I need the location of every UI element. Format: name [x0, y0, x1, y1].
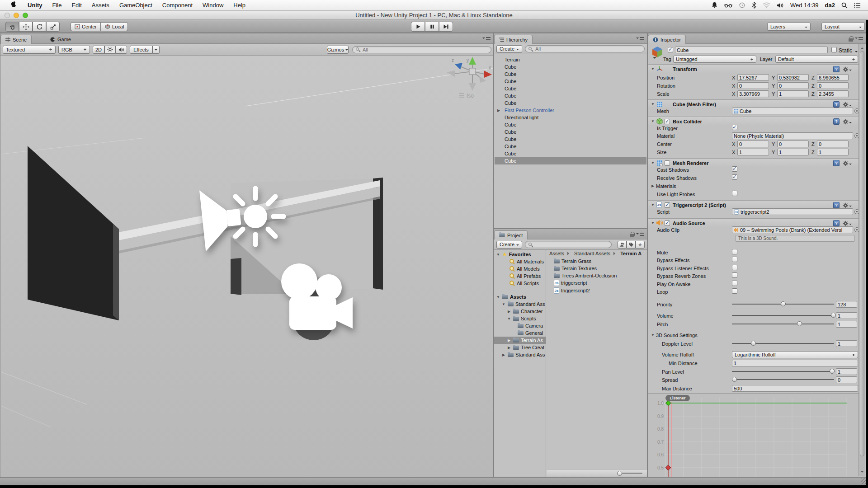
gameobject-name-field[interactable]: Cube	[675, 47, 828, 53]
file-item[interactable]: Terrain Grass	[554, 258, 647, 265]
window-minimize-button[interactable]	[14, 13, 19, 18]
mesh-renderer-component-header[interactable]: ▼ Mesh Renderer	[648, 158, 859, 167]
favorite-all-prefabs[interactable]: All Prefabs	[494, 272, 546, 280]
pitch-slider[interactable]	[732, 321, 834, 327]
expand-arrow-icon[interactable]: ▶	[507, 310, 511, 314]
volume-value-field[interactable]: 1	[836, 312, 857, 319]
max-distance-field[interactable]: 500	[732, 385, 858, 392]
wifi-icon[interactable]	[763, 2, 770, 8]
listener-key-diamond[interactable]	[665, 465, 670, 470]
script-object-field[interactable]: triggerscript2	[732, 208, 853, 215]
rotation-x-field[interactable]: 0	[737, 82, 769, 89]
favorite-all-materials[interactable]: All Materials	[494, 258, 546, 265]
apple-menu-icon[interactable]	[6, 1, 23, 9]
bypass-listener-effects-checkbox[interactable]	[732, 265, 737, 270]
pan-level-slider[interactable]	[732, 368, 834, 374]
hierarchy-item[interactable]: Cube	[495, 143, 646, 150]
receive-shadows-checkbox[interactable]	[732, 174, 737, 180]
move-tool-button[interactable]	[19, 22, 33, 32]
hierarchy-item[interactable]: Cube	[495, 128, 646, 136]
file-item[interactable]: Trees Ambient-Occlusion	[554, 272, 647, 279]
volume-rolloff-dropdown[interactable]: Logarithmic Rolloff	[732, 351, 858, 358]
is-trigger-checkbox[interactable]	[732, 125, 737, 130]
trigger-script-component-header[interactable]: ▼ Triggerscript 2 (Script)	[648, 200, 859, 209]
materials-label[interactable]: Materials	[656, 183, 676, 189]
gear-icon[interactable]	[843, 102, 852, 108]
static-checkbox[interactable]	[831, 47, 837, 52]
expand-arrow-icon[interactable]: ▶	[651, 184, 655, 188]
collapse-arrow-icon[interactable]: ▼	[651, 161, 655, 165]
sound-3d-settings-label[interactable]: 3D Sound Settings	[656, 333, 698, 338]
play-button[interactable]	[411, 22, 425, 32]
scene-lighting-button[interactable]	[104, 46, 115, 54]
project-search-input[interactable]	[525, 241, 612, 248]
inspector-scrollbar[interactable]	[859, 44, 865, 476]
loop-checkbox[interactable]	[732, 288, 737, 294]
physic-material-field[interactable]: None (Physic Material)	[732, 132, 853, 139]
hierarchy-item[interactable]: Cube	[495, 63, 646, 70]
bypass-reverb-zones-checkbox[interactable]	[732, 272, 737, 278]
effects-arrow-button[interactable]	[152, 46, 160, 54]
hierarchy-item[interactable]: Cube	[495, 150, 646, 157]
cast-shadows-checkbox[interactable]	[732, 166, 737, 172]
hierarchy-item[interactable]: Cube	[495, 99, 646, 107]
gear-icon[interactable]	[843, 202, 852, 208]
pivot-center-button[interactable]: Center	[71, 22, 101, 31]
menu-component[interactable]: Component	[157, 2, 198, 9]
hierarchy-item-first-person-controller[interactable]: ▶ First Person Controller	[495, 107, 646, 114]
rotation-z-field[interactable]: 0	[817, 82, 849, 89]
pitch-value-field[interactable]: 1	[836, 321, 857, 328]
scroll-down-icon[interactable]	[860, 471, 864, 474]
tree-tree-creator[interactable]: ▶ Tree Creat	[494, 344, 546, 351]
project-panel-menu-icon[interactable]	[636, 233, 644, 236]
search-by-type-button[interactable]	[618, 241, 627, 249]
scale-y-field[interactable]: 1	[777, 90, 809, 97]
hierarchy-item[interactable]: Cube	[495, 136, 646, 143]
tab-game[interactable]: Game	[46, 35, 75, 44]
collapse-arrow-icon[interactable]: ▼	[651, 102, 655, 106]
doppler-level-slider[interactable]	[732, 340, 834, 346]
favorites-root[interactable]: ▼★ Favorites	[494, 251, 546, 258]
save-search-button[interactable]: ★	[636, 241, 645, 249]
spectacles-icon[interactable]	[724, 2, 732, 9]
scale-x-field[interactable]: 3.307969	[737, 90, 769, 97]
scene-orientation-gizmo[interactable]: y z x Iso	[447, 57, 492, 99]
doppler-level-value-field[interactable]: 1	[836, 340, 857, 347]
hierarchy-item[interactable]: Cube	[495, 85, 646, 92]
spread-value-field[interactable]: 0	[836, 376, 857, 383]
menu-unity[interactable]: Unity	[23, 2, 47, 9]
pause-button[interactable]	[425, 22, 439, 32]
menubar-clock[interactable]: Wed 14:39	[790, 2, 819, 9]
hierarchy-item[interactable]: Terrain	[495, 56, 646, 63]
help-icon[interactable]	[833, 220, 840, 226]
hierarchy-item-selected[interactable]: Cube	[495, 157, 646, 164]
hand-tool-button[interactable]	[5, 22, 19, 32]
scene-audio-button[interactable]	[115, 46, 127, 54]
collapse-arrow-icon[interactable]: ▼	[496, 295, 500, 299]
expand-arrow-icon[interactable]: ▶	[507, 338, 511, 343]
expand-arrow-icon[interactable]: ▶	[496, 108, 501, 113]
file-item[interactable]: Terrain Textures	[554, 265, 647, 272]
menu-window[interactable]: Window	[198, 2, 228, 9]
tree-camera[interactable]: Camera	[494, 322, 546, 329]
thumbnail-zoom-slider[interactable]	[617, 473, 642, 474]
time-machine-icon[interactable]	[739, 2, 745, 9]
menubar-user[interactable]: da2	[825, 2, 835, 9]
rolloff-key-diamond[interactable]	[665, 400, 670, 405]
hierarchy-item[interactable]: Cube	[495, 70, 646, 78]
play-on-awake-checkbox[interactable]	[732, 281, 737, 286]
scale-z-field[interactable]: 2.3455	[817, 90, 849, 97]
center-x-field[interactable]: 0	[737, 141, 769, 147]
collapse-arrow-icon[interactable]: ▼	[501, 302, 506, 306]
hierarchy-panel-menu-icon[interactable]	[636, 37, 644, 40]
collapse-arrow-icon[interactable]: ▼	[496, 253, 500, 257]
bluetooth-icon[interactable]	[752, 2, 756, 9]
inspector-panel-menu-icon[interactable]	[855, 37, 863, 40]
box-collider-component-header[interactable]: ▼ Box Collider	[648, 117, 859, 126]
spread-slider[interactable]	[732, 376, 834, 382]
min-distance-field[interactable]: 1	[732, 360, 858, 366]
shading-mode-dropdown[interactable]: Textured	[3, 46, 56, 54]
transform-component-header[interactable]: ▼ Transform	[648, 64, 859, 73]
hierarchy-search-input[interactable]: All	[525, 45, 645, 52]
collapse-arrow-icon[interactable]: ▼	[651, 221, 655, 225]
